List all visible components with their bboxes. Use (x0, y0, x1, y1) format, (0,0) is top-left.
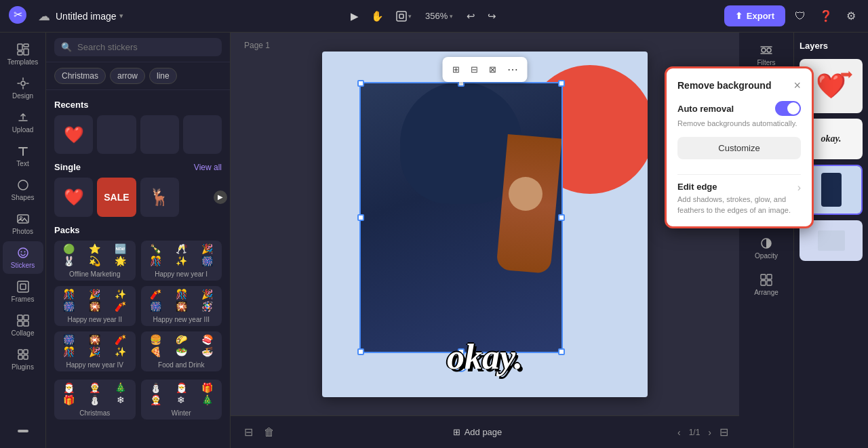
svg-rect-34 (761, 274, 766, 279)
sidebar-item-plugins[interactable]: Plugins (3, 343, 43, 375)
edit-edge-arrow-icon: › (797, 182, 801, 194)
svg-point-26 (762, 48, 766, 52)
page-counter: 1/1 (689, 428, 701, 437)
svg-rect-35 (767, 274, 772, 279)
right-tool-opacity-label: Opacity (755, 252, 778, 260)
export-icon: ⬆ (735, 11, 743, 21)
edit-edge-title: Edit edge (677, 182, 793, 192)
document-title[interactable]: Untitled image ▾ (56, 11, 123, 22)
tag-line[interactable]: line (149, 68, 177, 84)
sidebar-item-templates[interactable]: Templates (3, 38, 43, 70)
pack-offline-marketing[interactable]: 🟢⭐🆕 🐰💫🌟 Offline Marketing (54, 241, 136, 281)
sidebar-item-design[interactable]: Design (3, 72, 43, 104)
pack-happy-new-year-3[interactable]: 🧨🎊🎉 🎆🎇🪅 Happy new year III (141, 286, 222, 326)
shield-icon-button[interactable]: 🛡 (791, 6, 810, 26)
add-icon: ⊞ (453, 427, 460, 437)
pack-happy-new-year-1[interactable]: 🍾🥂🎉 🎊✨🎆 Happy new year I (141, 241, 222, 281)
zoom-button[interactable]: 356% ▾ (420, 8, 458, 24)
fullscreen-button[interactable]: ⊟ (719, 426, 728, 439)
customize-button[interactable]: Customize (677, 137, 801, 159)
redo-button[interactable]: ↪ (484, 6, 500, 26)
popup-close-button[interactable]: × (793, 79, 801, 91)
person-element[interactable] (359, 82, 563, 353)
sidebar-collage-label: Collage (12, 329, 35, 337)
sidebar-item-shapes[interactable]: Shapes (3, 174, 43, 206)
single-sticker-1[interactable]: ❤️ (54, 178, 93, 216)
remove-background-popup: ➡ Remove background × Auto removal Remov… (665, 66, 814, 228)
frame-tool-button[interactable]: ▾ (392, 7, 416, 26)
single-sticker-2[interactable]: SALE (97, 178, 136, 216)
pack-happy-new-year-4[interactable]: 🎆🎇🧨 🎊🎉✨ Happy new year IV (54, 331, 136, 371)
svg-point-13 (20, 251, 22, 253)
sidebar-item-collage[interactable]: Collage (3, 309, 43, 342)
single-sticker-3[interactable]: 🦌 (140, 178, 179, 216)
svg-rect-7 (18, 52, 22, 55)
canvas-copy-button[interactable]: ⊟ (241, 423, 256, 441)
svg-rect-16 (20, 284, 26, 289)
toolbar-flip-button[interactable]: ⊠ (485, 62, 500, 77)
toolbar-layout-button[interactable]: ⊟ (467, 62, 482, 77)
recents-title: Recents (54, 100, 222, 110)
sidebar-item-more[interactable] (3, 420, 43, 443)
toolbar-crop-button[interactable]: ⊞ (448, 62, 464, 77)
help-icon-button[interactable]: ❓ (815, 5, 837, 26)
next-page-button[interactable]: › (708, 427, 711, 438)
pack-food-drink[interactable]: 🍔🌮🍣 🍕🥗🍜 Food and Drink (141, 331, 222, 371)
sidebar-templates-label: Templates (7, 58, 39, 66)
add-page-button[interactable]: ⊞ Add page (453, 427, 502, 437)
pack-happy-new-year-2[interactable]: 🎊🎉✨ 🎆🎇🧨 Happy new year II (54, 286, 136, 326)
toolbar-more-button[interactable]: ⋯ (503, 60, 522, 79)
popup-title: Remove background (677, 80, 771, 91)
svg-rect-2 (397, 12, 406, 21)
hand-tool-button[interactable]: ✋ (367, 6, 388, 26)
view-all-single[interactable]: View all (194, 163, 222, 172)
right-tool-opacity[interactable]: Opacity (742, 231, 791, 265)
sticker-scroll-right[interactable]: ▶ (214, 190, 227, 204)
sidebar-frames-label: Frames (12, 296, 35, 303)
svg-rect-18 (24, 315, 28, 320)
arrow-indicator: ➡ (840, 66, 852, 83)
canvas-surface: ↻ ⊞ ⊟ ⊠ ⋯ okay. (322, 52, 648, 397)
prev-page-button[interactable]: ‹ (677, 427, 681, 438)
frame-chevron-icon: ▾ (408, 13, 412, 20)
svg-rect-5 (24, 44, 28, 47)
sidebar-item-frames[interactable]: Frames (3, 275, 43, 308)
auto-removal-toggle[interactable] (775, 101, 801, 116)
pack-extra-1[interactable]: 🎅🤶🎄 🎁⛄❄ Christmas (54, 380, 136, 420)
svg-rect-25 (18, 430, 28, 432)
svg-rect-20 (24, 321, 28, 326)
svg-rect-4 (18, 44, 22, 50)
svg-point-12 (18, 248, 28, 258)
sidebar-text-label: Text (16, 160, 28, 167)
recent-sticker-empty-1 (97, 115, 136, 154)
settings-icon-button[interactable]: ⚙ (842, 5, 860, 26)
sidebar-plugins-label: Plugins (12, 363, 34, 371)
save-cloud-button[interactable]: ☁ (38, 9, 50, 24)
svg-text:✂: ✂ (14, 9, 22, 20)
right-tool-filters-label: Filters (757, 59, 775, 66)
right-tool-arrange[interactable]: Arrange (742, 268, 791, 302)
sidebar-item-text[interactable]: Text (3, 140, 43, 172)
export-button[interactable]: ⬆ Export (724, 5, 785, 26)
auto-removal-title: Auto removal (677, 104, 734, 114)
recent-sticker-1[interactable]: ❤️ (54, 115, 93, 154)
sidebar-item-stickers[interactable]: Stickers (3, 241, 43, 274)
sidebar-item-photos[interactable]: Photos (3, 207, 43, 240)
tag-arrow[interactable]: arrow (110, 68, 145, 84)
search-input[interactable] (77, 42, 215, 52)
pointer-tool-button[interactable]: ▶ (347, 6, 363, 26)
pack-extra-2[interactable]: ⛄🎅🎁 🤶❄🎄 Winter (141, 380, 222, 420)
okay-text-element[interactable]: okay. (447, 337, 523, 377)
svg-rect-37 (767, 281, 772, 285)
layers-title: Layers (800, 41, 863, 51)
svg-rect-6 (24, 49, 28, 55)
svg-rect-3 (399, 14, 403, 18)
svg-point-27 (767, 48, 771, 52)
single-title: Single (54, 162, 81, 172)
tag-christmas[interactable]: Christmas (54, 68, 106, 84)
undo-button[interactable]: ↩ (462, 6, 479, 26)
sidebar-stickers-label: Stickers (11, 262, 35, 269)
canvas-delete-button[interactable]: 🗑 (261, 423, 277, 441)
packs-title: Packs (54, 225, 222, 235)
sidebar-item-upload[interactable]: Upload (3, 106, 43, 138)
